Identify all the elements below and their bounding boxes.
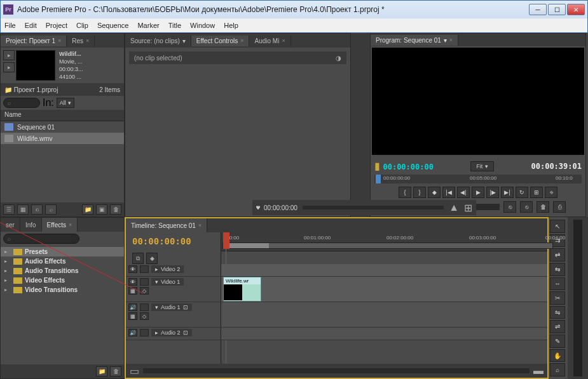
menu-sequence[interactable]: Sequence	[97, 22, 129, 29]
play-thumb-button[interactable]: ▸	[3, 62, 15, 72]
track-header-v1[interactable]: 👁▾ Video 1 ▦◇	[126, 277, 221, 302]
tab-info[interactable]: Info	[20, 218, 42, 232]
speaker-icon[interactable]: 🔊	[128, 329, 137, 336]
folder-video-transitions[interactable]: ▸Video Transitions	[1, 285, 124, 295]
step-fwd-button[interactable]: |▶	[486, 187, 499, 198]
export-frame-button[interactable]: ⎙	[553, 201, 566, 213]
lock-icon[interactable]	[140, 329, 149, 336]
goto-out-button[interactable]: ▶|	[501, 187, 514, 198]
tab-program[interactable]: Program: Sequence 01 ▾ ×	[371, 35, 458, 46]
menu-project[interactable]: Project	[46, 22, 67, 29]
program-in-timecode[interactable]: ▮ 00:00:00:00	[374, 160, 434, 172]
menu-title[interactable]: Title	[168, 22, 181, 29]
effects-search-input[interactable]	[3, 234, 79, 244]
extract-button[interactable]: ⎋	[520, 201, 533, 213]
tab-browser[interactable]: ser	[1, 218, 20, 232]
loop-button[interactable]: ↻	[516, 187, 528, 198]
tab-audio-mixer[interactable]: Audio Mi×	[249, 36, 291, 46]
tab-resource[interactable]: Res×	[67, 36, 95, 46]
trash-button[interactable]: 🗑	[537, 201, 549, 213]
zoom-slider[interactable]	[143, 368, 530, 373]
mark-in-button[interactable]: {	[399, 187, 411, 198]
clip-wildlife[interactable]: Wildlife.wr	[223, 277, 261, 302]
tab-effect-controls[interactable]: Effect Controls×	[191, 36, 250, 46]
display-mode-button[interactable]: ▦	[128, 287, 137, 295]
new-bin-effects-button[interactable]: 📁	[96, 366, 107, 376]
output-button[interactable]: ⎆	[545, 187, 557, 198]
program-playhead[interactable]	[376, 175, 381, 183]
tab-source[interactable]: Source: (no clips) ▾	[125, 36, 191, 46]
slip-tool[interactable]: ⇋	[550, 306, 565, 319]
lock-icon[interactable]	[140, 265, 149, 273]
track-lane-v1[interactable]: Wildlife.wr	[221, 277, 547, 302]
marker-button[interactable]: ◆	[146, 253, 158, 264]
zoom-out-icon[interactable]: ▭	[130, 365, 139, 377]
track-header-a2[interactable]: 🔊▸ Audio 2 ⊡	[126, 328, 221, 340]
lock-icon[interactable]	[140, 303, 149, 311]
new-bin-button[interactable]: 📁	[82, 204, 93, 215]
program-ruler[interactable]: 00:00:00:00 00:05:00:00 00:10:0	[374, 175, 582, 183]
maximize-button[interactable]: ☐	[548, 4, 566, 15]
program-viewport[interactable]	[372, 48, 584, 155]
find-button[interactable]: ⌕	[45, 204, 57, 215]
asset-sequence[interactable]: Sequence 01	[1, 121, 124, 133]
tab-timeline[interactable]: Timeline: Sequence 01 ×	[126, 218, 207, 232]
keyframe-button[interactable]: ◇	[140, 312, 149, 320]
zoom-dropdown[interactable]: Fit ▾	[470, 161, 494, 171]
eye-icon[interactable]: 👁	[128, 278, 137, 286]
collapse-icon[interactable]: ⊞	[464, 202, 472, 214]
icon-view-button[interactable]: ▦	[17, 204, 29, 215]
work-area-bar[interactable]	[222, 243, 553, 249]
mark-out-button[interactable]: }	[413, 187, 426, 198]
filter-dropdown[interactable]: All ▾	[57, 98, 74, 108]
new-item-button[interactable]: ▣	[96, 204, 107, 215]
lift-button[interactable]: ⎋	[503, 201, 516, 213]
track-lane-a2[interactable]	[221, 328, 547, 340]
delete-button[interactable]: 🗑	[110, 204, 121, 215]
options-icon[interactable]: ▲	[449, 202, 459, 213]
folder-video-effects[interactable]: ▸Video Effects	[1, 276, 124, 285]
close-button[interactable]: ✕	[567, 4, 585, 15]
timeline-playhead[interactable]	[223, 232, 229, 249]
speaker-icon[interactable]: 🔊	[128, 303, 137, 311]
selection-tool[interactable]: ↖	[550, 220, 565, 233]
menu-window[interactable]: Window	[190, 22, 215, 29]
asset-video[interactable]: Wildlife.wmv	[1, 133, 124, 144]
track-header-a1[interactable]: 🔊▾ Audio 1 ⊡ ▦◇	[126, 302, 221, 327]
safe-margins-button[interactable]: ⊞	[530, 187, 543, 198]
goto-in-button[interactable]: |◀	[442, 187, 455, 198]
set-marker-button[interactable]: ◆	[428, 187, 441, 198]
folder-audio-transitions[interactable]: ▸Audio Transitions	[1, 266, 124, 276]
pen-tool[interactable]: ✎	[550, 335, 565, 348]
eye-icon[interactable]: 👁	[128, 265, 137, 273]
minimize-button[interactable]: ─	[529, 4, 547, 15]
tab-project[interactable]: Project: Проект 1×	[1, 36, 67, 46]
razor-tool[interactable]: ✂	[550, 291, 565, 305]
timeline-ruler[interactable]: :00:00 00:01:00:00 00:02:00:00 00:03:00:…	[221, 232, 547, 251]
menu-clip[interactable]: Clip	[76, 22, 88, 29]
delete-effects-button[interactable]: 🗑	[110, 366, 121, 376]
automate-button[interactable]: ⎌	[31, 204, 43, 215]
lock-icon[interactable]	[140, 278, 149, 286]
panel-menu-icon[interactable]: ◑	[336, 55, 341, 62]
rolling-edit-tool[interactable]: ⇆	[550, 263, 565, 276]
menu-help[interactable]: Help	[224, 22, 238, 29]
ripple-edit-tool[interactable]: ⇄	[550, 248, 565, 262]
rate-stretch-tool[interactable]: ↔	[550, 277, 565, 291]
menu-file[interactable]: File	[4, 22, 16, 29]
column-name[interactable]: Name	[1, 110, 124, 121]
zoom-tool[interactable]: ⌕	[550, 363, 565, 376]
source-zoom-slider[interactable]	[303, 206, 444, 209]
menu-marker[interactable]: Marker	[137, 22, 159, 29]
snap-button[interactable]: ⧉	[132, 253, 144, 264]
track-lane-a1[interactable]	[221, 302, 547, 327]
hand-tool[interactable]: ✋	[550, 349, 565, 362]
display-mode-button[interactable]: ▦	[128, 312, 137, 320]
track-header-v2[interactable]: 👁▸ Video 2	[126, 264, 221, 276]
source-timecode[interactable]: ♥ 00:00:00:00	[256, 204, 297, 211]
slide-tool[interactable]: ⇌	[550, 320, 565, 333]
folder-audio-effects[interactable]: ▸Audio Effects	[1, 256, 124, 266]
poster-frame-button[interactable]: ▸	[3, 50, 15, 60]
folder-presets[interactable]: ▸Presets	[1, 247, 124, 256]
program-out-timecode[interactable]: 00:00:39:01	[531, 162, 582, 171]
